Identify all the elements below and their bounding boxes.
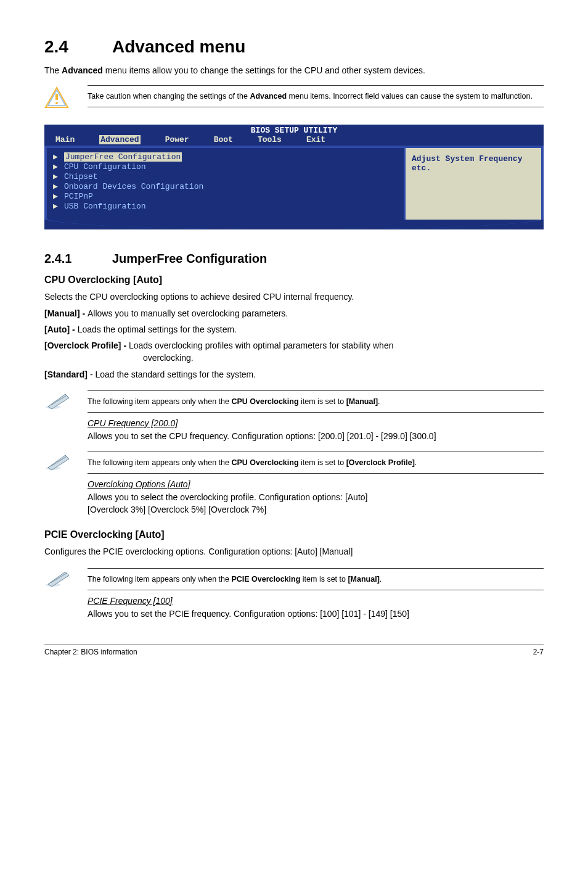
oc-options-text: Allows you to select the overclocking pr… xyxy=(88,491,544,516)
bios-menu-boot[interactable]: Boot xyxy=(214,135,233,144)
submenu-arrow-icon: ▶ xyxy=(53,152,64,162)
pencil-icon xyxy=(44,392,71,413)
bios-item[interactable]: ▶Chipset xyxy=(53,171,398,181)
option-auto: [Auto] - Loads the optimal settings for … xyxy=(44,323,544,336)
pencil-icon xyxy=(44,453,71,474)
note-callout: The following item appears only when the… xyxy=(44,452,544,474)
bios-menu-exit[interactable]: Exit xyxy=(306,135,325,144)
bios-menu-tools[interactable]: Tools xyxy=(258,135,282,144)
bios-item[interactable]: ▶PCIPnP xyxy=(53,191,398,201)
pencil-icon xyxy=(44,569,71,590)
submenu-arrow-icon: ▶ xyxy=(53,162,64,171)
note-text: The following item appears only when the… xyxy=(88,390,544,413)
submenu-arrow-icon: ▶ xyxy=(53,201,64,211)
submenu-arrow-icon: ▶ xyxy=(53,191,64,201)
pcie-oc-heading: PCIE Overclocking [Auto] xyxy=(44,529,544,540)
subsection-title: 2.4.1JumperFree Configuration xyxy=(44,252,544,266)
footer-left: Chapter 2: BIOS information xyxy=(44,648,137,656)
cpu-frequency-text: Allows you to set the CPU frequency. Con… xyxy=(88,430,544,442)
section-title-text: Advanced menu xyxy=(112,37,245,56)
bios-items-list: ▶JumperFree Configuration ▶CPU Configura… xyxy=(44,148,406,220)
pcie-oc-desc: Configures the PCIE overclocking options… xyxy=(44,545,544,558)
svg-rect-2 xyxy=(55,94,58,100)
pcie-frequency-title: PCIE Frequency [100] xyxy=(88,596,173,606)
pcie-frequency-text: Allows you to set the PCIE frequency. Co… xyxy=(88,608,544,620)
note-text: The following item appears only when the… xyxy=(88,568,544,590)
option-standard: [Standard] - Load the standard settings … xyxy=(44,368,544,381)
bios-item[interactable]: ▶JumperFree Configuration xyxy=(53,152,398,162)
option-manual: [Manual] - Allows you to manually set ov… xyxy=(44,307,544,320)
bios-item[interactable]: ▶USB Configuration xyxy=(53,201,398,211)
page-footer: Chapter 2: BIOS information 2-7 xyxy=(44,645,544,656)
warning-icon xyxy=(44,86,69,111)
svg-point-3 xyxy=(55,102,58,104)
note-callout: The following item appears only when the… xyxy=(44,568,544,590)
bios-title: BIOS SETUP UTILITY xyxy=(44,125,544,135)
cpu-oc-heading: CPU Overclocking [Auto] xyxy=(44,274,544,286)
warning-callout: Take caution when changing the settings … xyxy=(44,85,544,111)
bios-menubar: Main Advanced Power Boot Tools Exit xyxy=(44,135,544,146)
cpu-oc-desc: Selects the CPU overclocking options to … xyxy=(44,291,544,303)
option-overclock-profile: [Overclock Profile] - Loads overclocking… xyxy=(44,339,544,365)
section-number: 2.4 xyxy=(44,37,112,57)
bios-panel: BIOS SETUP UTILITY Main Advanced Power B… xyxy=(44,125,544,229)
submenu-arrow-icon: ▶ xyxy=(53,181,64,191)
overclocking-options-block: Overcloking Options [Auto] Allows you to… xyxy=(88,479,544,516)
note-callout: The following item appears only when the… xyxy=(44,390,544,413)
bios-menu-power[interactable]: Power xyxy=(165,135,189,144)
bios-item[interactable]: ▶Onboard Devices Configuration xyxy=(53,181,398,191)
subsection-number: 2.4.1 xyxy=(44,252,112,266)
cpu-frequency-title: CPU Frequency [200.0] xyxy=(88,418,178,428)
warning-text: Take caution when changing the settings … xyxy=(88,85,544,107)
bios-menu-main[interactable]: Main xyxy=(55,135,75,144)
bios-help-pane: Adjust System Frequency etc. xyxy=(406,148,544,220)
bios-menu-advanced[interactable]: Advanced xyxy=(99,135,140,144)
note-text: The following item appears only when the… xyxy=(88,452,544,474)
submenu-arrow-icon: ▶ xyxy=(53,171,64,181)
section-title: 2.4Advanced menu xyxy=(44,37,544,57)
pcie-frequency-block: PCIE Frequency [100] Allows you to set t… xyxy=(88,595,544,620)
footer-right: 2-7 xyxy=(533,648,544,656)
bios-item[interactable]: ▶CPU Configuration xyxy=(53,162,398,171)
cpu-frequency-block: CPU Frequency [200.0] Allows you to set … xyxy=(88,418,544,442)
oc-options-title: Overcloking Options [Auto] xyxy=(88,479,190,489)
section-intro: The Advanced menu items allow you to cha… xyxy=(44,64,544,76)
